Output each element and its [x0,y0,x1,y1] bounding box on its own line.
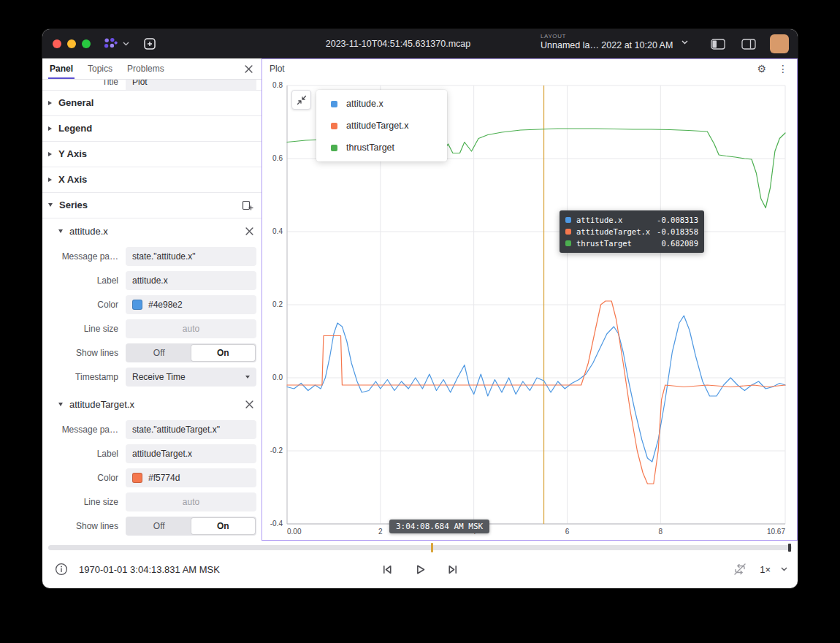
close-sidebar-button[interactable] [242,62,256,76]
line-size-row: Line size auto [42,319,256,338]
tab-topics[interactable]: Topics [80,58,120,79]
titlebar-right-controls [709,29,789,58]
plot-panel-header[interactable]: Plot ⚙ ⋮ [262,59,797,78]
series-item-attitude-x[interactable]: attitude.x [42,218,261,244]
legend-item-attitude-x[interactable]: attitude.x [316,93,447,115]
svg-text:6: 6 [565,528,570,536]
message-path-row: Message pa… state."attitude.x" [42,247,256,266]
title-field-input[interactable]: Plot [126,80,256,91]
series-color-swatch [565,229,571,235]
panel-settings-icon[interactable]: ⚙ [755,62,768,75]
panel-menu-icon[interactable]: ⋮ [776,62,790,75]
app-menu-chevron-icon [123,42,129,46]
title-field-row-clipped: Title Plot [42,80,261,91]
user-avatar[interactable] [770,34,789,53]
tab-panel[interactable]: Panel [42,58,80,79]
new-window-icon [142,37,157,51]
show-lines-row: Show lines Off On [42,343,256,362]
playback-bar: 1970-01-01 3:04:13.831 AM MSK [42,541,798,588]
seek-forward-button[interactable] [444,560,462,579]
show-lines-toggle: Off On [126,343,256,362]
section-series[interactable]: Series [42,193,261,218]
play-icon [413,563,427,577]
show-lines-on-button[interactable]: On [191,345,256,361]
line-size-input[interactable]: auto [126,492,256,511]
label-input[interactable]: attitude.x [126,271,256,290]
playback-speed[interactable]: 1× [760,564,771,575]
label-input[interactable]: attitudeTarget.x [126,444,256,463]
close-icon [245,227,253,235]
section-general[interactable]: General [42,91,261,116]
section-x-axis[interactable]: X Axis [42,167,261,193]
play-button[interactable] [411,560,429,579]
tooltip-row: thrustTarget 0.682089 [565,237,698,249]
message-path-input[interactable]: state."attitude.x" [126,247,256,266]
chevron-down-icon [245,376,250,378]
label-row: Label attitude.x [42,271,256,290]
section-legend[interactable]: Legend [42,116,261,142]
series-color-swatch [565,240,571,246]
titlebar: 2023-11-10T04:51:45.631370.mcap LAYOUT U… [42,29,798,58]
message-path-input[interactable]: state."attitudeTarget.x" [126,420,256,439]
add-series-icon [242,199,253,211]
add-series-button[interactable] [240,197,256,213]
speed-chevron-icon[interactable] [781,567,787,571]
toggle-right-sidebar-button[interactable] [739,37,758,52]
tooltip-row: attitudeTarget.x -0.018358 [565,226,698,237]
color-swatch[interactable] [132,300,142,310]
series-color-swatch [565,217,571,223]
app-window: 2023-11-10T04:51:45.631370.mcap LAYOUT U… [42,29,798,588]
collapse-arrows-icon [297,95,307,105]
playback-scrubber[interactable] [48,545,792,550]
timestamp-select[interactable]: Receive Time [126,368,256,387]
svg-text:0.8: 0.8 [272,81,283,89]
show-lines-toggle: Off On [126,517,256,536]
series-color-swatch [331,145,337,151]
app-menu[interactable] [102,36,129,52]
svg-text:10.67: 10.67 [767,528,785,536]
line-size-input[interactable]: auto [126,319,256,338]
series-color-swatch [331,101,337,107]
svg-text:-0.4: -0.4 [270,520,283,528]
plot-panel: Plot ⚙ ⋮ 0.80.60.40.20.0-0.2-0.40.002468… [261,58,798,541]
remove-series-button[interactable] [243,398,256,411]
svg-text:0.0: 0.0 [272,373,283,381]
series-item-attitude-target-x[interactable]: attitudeTarget.x [42,392,261,417]
close-window-button[interactable] [53,39,61,48]
legend-collapse-button[interactable] [291,90,311,110]
tab-problems[interactable]: Problems [120,58,172,79]
layout-chevron-icon [681,40,688,45]
remove-series-button[interactable] [243,225,256,237]
minimize-window-button[interactable] [67,39,76,48]
legend-item-attitude-target-x[interactable]: attitudeTarget.x [316,115,447,137]
show-lines-off-button[interactable]: Off [127,518,191,534]
data-source-info-button[interactable] [53,560,70,578]
chevron-right-icon [48,126,52,131]
seek-forward-icon [446,563,460,577]
new-window-button[interactable] [142,37,157,51]
legend-item-thrust-target[interactable]: thrustTarget [316,137,447,159]
panel-title: Plot [270,64,285,74]
toggle-left-sidebar-button[interactable] [709,37,728,52]
label-row: Label attitudeTarget.x [42,444,256,463]
zoom-window-button[interactable] [82,39,91,48]
layout-picker[interactable]: LAYOUT Unnamed la… 2022 at 10:20 AM [541,33,688,52]
show-lines-on-button[interactable]: On [191,518,256,534]
loop-playback-toggle[interactable] [730,560,749,578]
current-timestamp: 1970-01-01 3:04:13.831 AM MSK [79,564,220,575]
plot-hover-tooltip: attitude.x -0.008313 attitudeTarget.x -0… [560,210,704,253]
color-input[interactable]: #4e98e2 [126,295,256,314]
tooltip-row: attitude.x -0.008313 [565,214,698,226]
seek-backward-button[interactable] [378,560,397,579]
panel-settings-sidebar: Panel Topics Problems Title Plot [42,58,261,541]
color-swatch[interactable] [132,473,142,483]
traffic-lights [42,39,91,48]
section-y-axis[interactable]: Y Axis [42,142,261,167]
show-lines-off-button[interactable]: Off [127,345,191,361]
color-input[interactable]: #f5774d [126,468,256,487]
line-size-row: Line size auto [42,492,256,511]
series-color-swatch [331,123,337,129]
info-icon [55,563,68,576]
left-sidebar-icon [711,39,725,50]
loop-off-icon [733,563,747,576]
